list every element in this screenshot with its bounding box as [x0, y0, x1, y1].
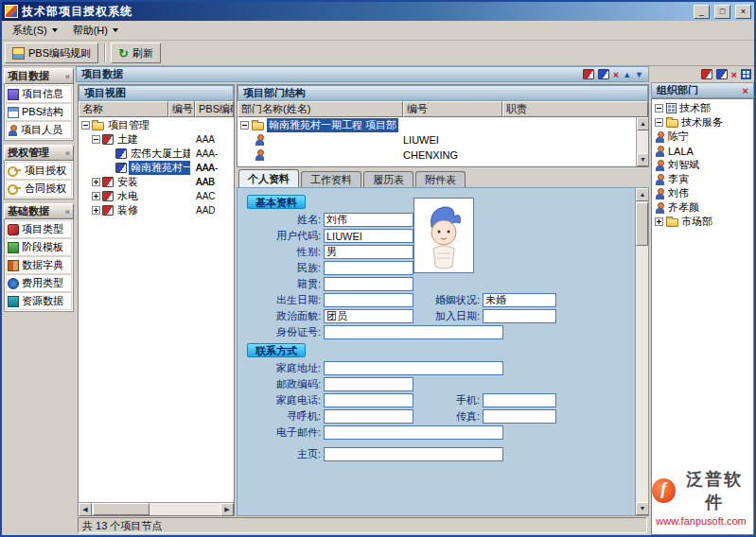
book-red-icon[interactable] — [701, 69, 712, 79]
collapse-icon[interactable] — [655, 118, 663, 127]
book-red-icon[interactable] — [583, 69, 594, 79]
book-blue-icon[interactable] — [598, 69, 609, 79]
tree-row-civil[interactable]: 土建 AAA — [79, 132, 234, 147]
scroll-up-icon[interactable]: ▲ — [636, 188, 649, 201]
org-row-person[interactable]: 李寅 — [652, 172, 753, 186]
sidebar-item-project-type[interactable]: 项目类型 — [6, 220, 72, 238]
scrollbar-thumb[interactable] — [636, 202, 648, 246]
close-button[interactable]: × — [735, 5, 751, 19]
vertical-scrollbar[interactable]: ▲ ▼ — [636, 117, 648, 166]
sidebar-item-pbs-structure[interactable]: PBS结构 — [6, 103, 72, 121]
tab-personal-info[interactable]: 个人资料 — [238, 169, 299, 187]
horizontal-scrollbar[interactable]: ◀ ▶ — [79, 502, 234, 515]
home-phone-input[interactable] — [324, 393, 413, 407]
column-header-duty[interactable]: 职责 — [502, 101, 648, 117]
tree-row-hongwei[interactable]: 宏伟大厦土建工 AAA-AAA — [79, 147, 234, 161]
birth-date-input[interactable] — [324, 293, 413, 307]
move-up-icon[interactable]: ▲ — [623, 69, 631, 80]
menu-system[interactable]: 系统(S) — [6, 22, 64, 40]
delete-icon[interactable]: × — [731, 69, 737, 80]
gender-input[interactable] — [324, 245, 413, 259]
collapse-icon[interactable] — [81, 121, 90, 130]
sidebar-item-project-staff[interactable]: 项目人员 — [6, 121, 72, 139]
column-header-pbs[interactable]: PBS编码 — [195, 101, 234, 117]
book-blue-icon[interactable] — [716, 69, 728, 79]
sidebar-item-cost-type[interactable]: 费用类型 — [6, 274, 72, 292]
menu-help[interactable]: 帮助(H) — [66, 22, 125, 40]
scroll-down-icon[interactable]: ▼ — [637, 153, 648, 166]
tab-attachments[interactable]: 附件表 — [415, 171, 466, 187]
tree-row-decoration[interactable]: 装修 AAD — [79, 203, 234, 217]
org-row-market-dept[interactable]: 市场部 — [652, 215, 753, 229]
collapse-icon[interactable] — [92, 135, 100, 144]
org-row-person[interactable]: LALA — [652, 144, 753, 158]
postal-code-input[interactable] — [324, 377, 413, 391]
id-number-input[interactable] — [324, 325, 503, 339]
minimize-button[interactable]: _ — [694, 5, 710, 19]
org-row-person[interactable]: 陈宁 — [652, 130, 753, 144]
expand-icon[interactable] — [92, 178, 100, 186]
sidebar-item-phase-template[interactable]: 阶段模板 — [6, 238, 72, 256]
fax-input[interactable] — [483, 409, 556, 424]
vertical-scrollbar[interactable]: ▲ ▼ — [635, 188, 648, 515]
dept-row-project-dept[interactable]: 翰南雅苑村一期工程 项目部 — [237, 117, 636, 132]
org-row-tech-service[interactable]: 技术服务 — [652, 115, 753, 130]
tab-work-info[interactable]: 工作资料 — [301, 171, 361, 187]
org-row-tech-dept[interactable]: 技术部 — [652, 101, 753, 115]
tree-row-install[interactable]: 安装 AAB — [79, 175, 234, 189]
tree-row-hannan-selected[interactable]: 翰南雅苑村一期01 AAA-AAB — [79, 161, 234, 175]
org-row-person[interactable]: 刘伟 — [652, 186, 753, 200]
email-input[interactable] — [324, 425, 503, 440]
home-address-input[interactable] — [324, 361, 503, 375]
scroll-left-icon[interactable]: ◀ — [79, 503, 92, 516]
pager-input[interactable] — [324, 409, 413, 424]
marital-status-input[interactable] — [483, 293, 556, 307]
scrollbar-thumb[interactable] — [93, 503, 149, 515]
refresh-button[interactable]: ↻ 刷新 — [111, 43, 161, 63]
expand-icon[interactable] — [655, 217, 663, 226]
political-status-input[interactable] — [324, 309, 413, 323]
column-header-dept-name[interactable]: 部门名称(姓名) — [237, 101, 403, 117]
column-header-name[interactable]: 名称 — [79, 101, 168, 117]
group-header-authorization[interactable]: 授权管理 « — [4, 145, 74, 161]
org-row-person[interactable]: 刘智斌 — [652, 158, 753, 172]
scroll-right-icon[interactable]: ▶ — [220, 503, 234, 516]
column-header-dept-code[interactable]: 编号 — [403, 101, 502, 117]
tab-resume[interactable]: 履历表 — [363, 171, 413, 187]
scroll-down-icon[interactable]: ▼ — [636, 502, 649, 515]
toolbar: PBS编码规则 ↻ 刷新 — [2, 41, 754, 66]
sidebar-item-resource-data[interactable]: 资源数据 — [6, 292, 72, 310]
move-down-icon[interactable]: ▼ — [635, 69, 643, 80]
project-view-header: 项目视图 — [79, 85, 234, 101]
close-panel-icon[interactable]: × — [613, 69, 619, 80]
join-date-input[interactable] — [483, 309, 556, 323]
dept-row-liuwei[interactable]: LIUWEI — [237, 132, 636, 147]
homepage-input[interactable] — [324, 447, 503, 461]
sidebar-item-data-dictionary[interactable]: 数据字典 — [6, 256, 72, 274]
native-place-input[interactable] — [324, 277, 413, 291]
collapse-icon[interactable] — [655, 104, 663, 113]
org-row-person[interactable]: 齐孝颜 — [652, 200, 753, 215]
expand-icon[interactable] — [92, 192, 100, 200]
column-header-code[interactable]: 编号 — [168, 101, 195, 117]
mobile-input[interactable] — [483, 393, 556, 407]
scroll-up-icon[interactable]: ▲ — [637, 117, 648, 130]
sidebar-item-project-auth[interactable]: 项目授权 — [6, 162, 72, 180]
maximize-button[interactable]: □ — [714, 5, 730, 19]
group-header-project-data[interactable]: 项目数据 « — [4, 68, 74, 84]
tree-row-plumbing[interactable]: 水电 AAC — [79, 189, 234, 203]
pbs-rule-button[interactable]: PBS编码规则 — [5, 43, 98, 63]
tree-row-project-mgmt[interactable]: 项目管理 — [79, 118, 234, 132]
ethnicity-input[interactable] — [324, 261, 413, 275]
sidebar-item-contract-auth[interactable]: 合同授权 — [6, 180, 72, 198]
name-input[interactable] — [324, 213, 413, 227]
collapse-icon[interactable] — [240, 121, 249, 130]
grid-view-icon[interactable] — [741, 69, 751, 79]
dept-row-chenxing[interactable]: CHENXING — [237, 147, 636, 163]
menu-bar: 系统(S) 帮助(H) — [2, 21, 754, 41]
close-panel-icon[interactable]: × — [743, 85, 748, 96]
sidebar-item-project-info[interactable]: 项目信息 — [6, 85, 72, 103]
user-code-input[interactable] — [324, 229, 413, 243]
expand-icon[interactable] — [92, 206, 100, 215]
group-header-base-data[interactable]: 基础数据 « — [4, 203, 74, 219]
